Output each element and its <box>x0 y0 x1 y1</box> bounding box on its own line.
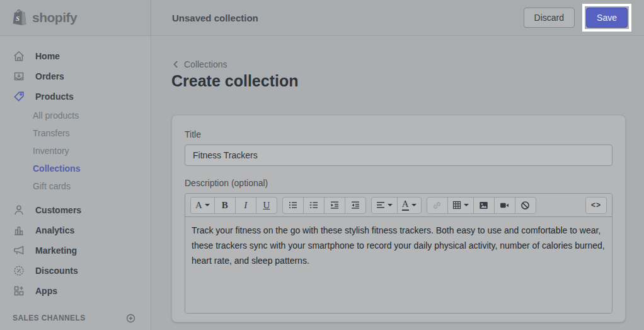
products-subnav: All products Transfers Inventory Collect… <box>0 107 151 195</box>
sidebar-item-label: Home <box>35 51 60 61</box>
breadcrumb[interactable]: Collections <box>172 59 227 69</box>
sidebar-item-orders[interactable]: Orders <box>0 66 151 86</box>
prohibit-icon <box>520 201 530 210</box>
insert-table-dropdown-button[interactable] <box>447 197 474 214</box>
sidebar-item-label: Customers <box>35 205 81 215</box>
products-tag-icon <box>13 90 25 103</box>
rich-text-editor: A B I U <box>185 193 612 314</box>
list-indent-group <box>282 197 366 214</box>
italic-button[interactable]: I <box>235 197 256 214</box>
text-style-group: A B I U <box>190 197 277 214</box>
sidebar-item-products[interactable]: Products <box>0 86 151 107</box>
insert-video-button[interactable] <box>494 197 515 214</box>
sidebar-item-discounts[interactable]: Discounts <box>0 261 151 281</box>
image-icon <box>479 201 488 210</box>
sidebar-item-label: Analytics <box>35 225 74 235</box>
sidebar-item-apps[interactable]: Apps <box>0 281 151 301</box>
page-status-title: Unsaved collection <box>172 13 258 23</box>
sales-channels-header: SALES CHANNELS <box>0 309 150 330</box>
marketing-megaphone-icon <box>13 244 25 257</box>
sidebar-item-label: Marketing <box>35 245 77 256</box>
save-button[interactable]: Save <box>586 8 628 28</box>
bulleted-list-button[interactable] <box>282 197 304 214</box>
bold-button[interactable]: B <box>214 197 236 214</box>
collection-details-card: Title Description (optional) A B I U <box>171 115 626 322</box>
breadcrumb-label: Collections <box>184 59 227 69</box>
collection-title-input[interactable] <box>185 144 612 166</box>
page-title: Create collection <box>171 72 298 90</box>
add-sales-channel-button[interactable] <box>125 313 136 324</box>
title-field-label: Title <box>185 129 612 139</box>
sidebar-item-gift-cards[interactable]: Gift cards <box>0 177 151 195</box>
sidebar-item-collections[interactable]: Collections <box>0 160 151 177</box>
sidebar: Home Orders Products All products Transf… <box>0 36 151 330</box>
underline-button[interactable]: U <box>256 197 277 214</box>
description-editor-content[interactable]: Track your fitness on the go with these … <box>185 217 612 313</box>
customers-icon <box>13 204 25 216</box>
bulleted-list-icon <box>289 201 297 209</box>
caret-down-icon <box>205 204 210 206</box>
orders-icon <box>13 70 25 83</box>
sales-channels-label: SALES CHANNELS <box>13 314 86 322</box>
discard-button[interactable]: Discard <box>524 8 575 28</box>
link-icon <box>432 201 442 210</box>
indent-icon <box>351 201 360 209</box>
sidebar-item-transfers[interactable]: Transfers <box>0 124 151 142</box>
outdent-button[interactable] <box>324 197 345 214</box>
sidebar-item-customers[interactable]: Customers <box>0 200 151 220</box>
sidebar-item-label: Discounts <box>35 266 78 276</box>
outdent-icon <box>330 201 339 209</box>
indent-button[interactable] <box>345 197 366 214</box>
clear-formatting-button[interactable] <box>515 197 536 214</box>
editor-toolbar: A B I U <box>185 194 612 217</box>
align-color-group: A <box>371 197 422 214</box>
sidebar-item-label: Apps <box>35 286 57 296</box>
alignment-dropdown-button[interactable] <box>371 197 398 214</box>
insert-image-button[interactable] <box>473 197 495 214</box>
align-left-icon <box>376 201 385 209</box>
caret-down-icon <box>411 204 417 206</box>
description-field-label: Description (optional) <box>185 178 612 188</box>
show-html-button[interactable]: <> <box>585 197 607 214</box>
main-content: Collections Create collection Title Desc… <box>151 36 644 330</box>
svg-text:S: S <box>16 15 20 22</box>
numbered-list-icon <box>309 201 318 209</box>
text-color-dropdown-button[interactable]: A <box>397 197 422 214</box>
apps-grid-icon <box>13 285 25 297</box>
sidebar-item-inventory[interactable]: Inventory <box>0 142 151 160</box>
table-icon <box>452 201 461 209</box>
sidebar-item-all-products[interactable]: All products <box>0 107 151 124</box>
sidebar-item-label: Orders <box>35 71 64 81</box>
sidebar-item-analytics[interactable]: Analytics <box>0 220 151 240</box>
shopify-bag-icon: S <box>11 9 28 27</box>
caret-down-icon <box>464 204 469 206</box>
sidebar-item-label: Products <box>35 91 74 102</box>
topbar: S shopify Unsaved collection Discard Sav… <box>0 0 644 36</box>
save-button-highlight-ring: Save <box>582 4 631 32</box>
caret-down-icon <box>388 204 393 206</box>
topbar-actions: Discard Save <box>524 4 644 32</box>
video-camera-icon <box>500 201 509 210</box>
shopify-logo[interactable]: S shopify <box>0 0 151 35</box>
code-view-group: <> <box>585 197 607 214</box>
chevron-left-icon <box>172 61 180 68</box>
formatting-dropdown-button[interactable]: A <box>190 197 215 214</box>
insert-link-button[interactable] <box>427 197 448 214</box>
nav-spacer <box>0 195 151 200</box>
insert-group <box>427 197 536 214</box>
analytics-icon <box>13 224 25 237</box>
numbered-list-button[interactable] <box>303 197 325 214</box>
shopify-wordmark: shopify <box>32 10 77 25</box>
home-icon <box>13 50 25 62</box>
sidebar-item-home[interactable]: Home <box>0 46 151 66</box>
discounts-badge-icon <box>13 264 25 277</box>
sidebar-item-marketing[interactable]: Marketing <box>0 240 151 261</box>
